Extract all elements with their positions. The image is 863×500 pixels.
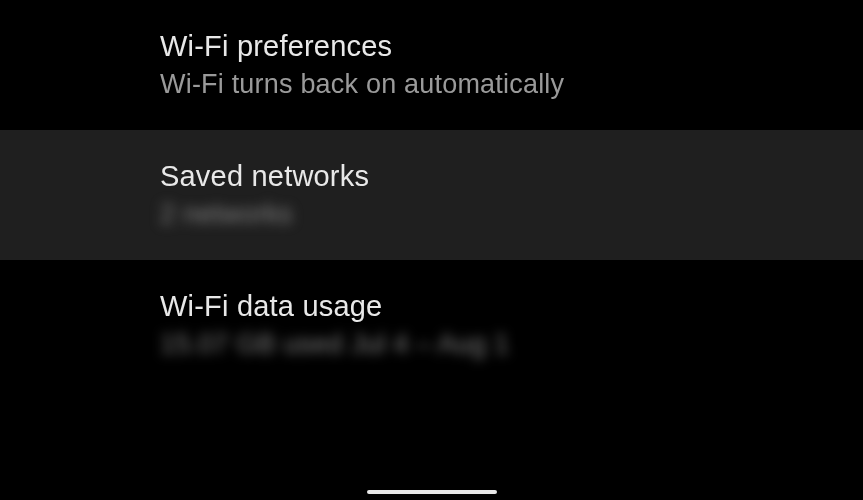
- item-title: Wi-Fi data usage: [160, 290, 863, 323]
- item-title: Wi-Fi preferences: [160, 30, 863, 63]
- item-title: Saved networks: [160, 160, 863, 193]
- item-subtitle: Wi-Fi turns back on automatically: [160, 69, 863, 100]
- navigation-handle[interactable]: [367, 490, 497, 494]
- item-subtitle: 2 networks: [160, 199, 863, 230]
- item-subtitle: 15.07 GB used Jul 4 – Aug 1: [160, 329, 863, 360]
- settings-list: Wi-Fi preferences Wi-Fi turns back on au…: [0, 0, 863, 390]
- settings-item-saved-networks[interactable]: Saved networks 2 networks: [0, 130, 863, 260]
- settings-item-wifi-data-usage[interactable]: Wi-Fi data usage 15.07 GB used Jul 4 – A…: [0, 260, 863, 390]
- settings-item-wifi-preferences[interactable]: Wi-Fi preferences Wi-Fi turns back on au…: [0, 0, 863, 130]
